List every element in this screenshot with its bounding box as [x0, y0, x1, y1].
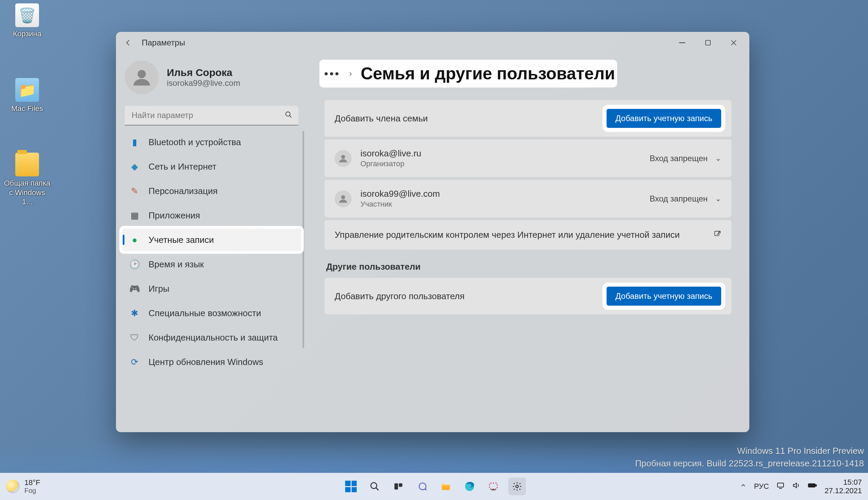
search-button[interactable] [366, 478, 383, 495]
windows-watermark: Windows 11 Pro Insider Preview Пробная в… [635, 445, 864, 469]
nav-accounts[interactable]: ● Учетные записи [122, 229, 301, 251]
svg-rect-0 [679, 42, 685, 43]
svg-rect-1 [706, 41, 710, 45]
nav-label: Игры [149, 284, 169, 294]
nav-personalization[interactable]: ✎ Персонализация [122, 180, 301, 202]
card-add-family-member: Добавить члена семьи Добавить учетную за… [324, 100, 732, 137]
profile-block[interactable]: Илья Сорока isoroka99@live.com [120, 57, 303, 102]
settings-taskbar-button[interactable] [508, 478, 526, 495]
profile-text: Илья Сорока isoroka99@live.com [167, 67, 240, 88]
accessibility-icon: ✱ [129, 308, 140, 318]
desktop-icon-shared-folder[interactable]: Общая папка с Windows 1... [3, 153, 51, 207]
start-button[interactable] [342, 478, 360, 495]
breadcrumb-more-icon[interactable]: ••• [324, 67, 340, 80]
avatar-icon [335, 190, 351, 207]
battery-tray-icon[interactable] [808, 481, 817, 491]
clock-icon: 🕑 [129, 259, 140, 269]
explorer-button[interactable] [437, 478, 455, 495]
back-button[interactable] [122, 37, 134, 49]
nav-label: Bluetooth и устройства [149, 137, 241, 148]
family-section: Добавить члена семьи Добавить учетную за… [324, 100, 732, 250]
avatar [125, 60, 159, 94]
tray-overflow-icon[interactable] [740, 482, 747, 491]
watermark-line1: Windows 11 Pro Insider Preview [635, 445, 864, 457]
breadcrumb: ••• › Семья и другие пользователи [324, 62, 732, 86]
snipping-tool-button[interactable] [485, 478, 502, 495]
nav-accessibility[interactable]: ✱ Специальные возможности [122, 302, 301, 324]
desktop-icon-recycle-bin[interactable]: 🗑️ Корзина [3, 3, 51, 39]
family-member-row[interactable]: isoroka@live.ru Организатор Вход запреще… [324, 139, 732, 178]
member-role: Организатор [360, 159, 650, 168]
task-view-button[interactable] [390, 478, 407, 495]
network-icon: ◆ [129, 161, 140, 172]
nav-label: Центр обновления Windows [149, 357, 263, 367]
svg-rect-15 [816, 485, 817, 486]
shield-icon: 🛡 [129, 332, 140, 343]
language-indicator[interactable]: РУС [754, 482, 769, 491]
search-input[interactable] [125, 106, 298, 125]
parental-control-text: Управление родительским контролем через … [335, 229, 714, 241]
taskbar-weather[interactable]: 18°F Fog [6, 479, 40, 494]
titlebar: Параметры [116, 32, 749, 54]
nav-label: Конфиденциальность и защита [149, 332, 278, 343]
system-tray: РУС 15:07 27.12.2021 [740, 478, 862, 495]
gamepad-icon: 🎮 [129, 284, 140, 294]
member-name: isoroka@live.ru [360, 148, 650, 159]
card-parental-control[interactable]: Управление родительским контролем через … [324, 220, 732, 250]
svg-point-12 [516, 485, 518, 488]
profile-email: isoroka99@live.com [167, 78, 240, 88]
clock-time: 15:07 [825, 478, 862, 486]
nav-time-language[interactable]: 🕑 Время и язык [122, 253, 301, 275]
add-family-account-button[interactable]: Добавить учетную запись [606, 109, 721, 128]
svg-point-4 [341, 155, 345, 159]
clock[interactable]: 15:07 27.12.2021 [825, 478, 862, 495]
family-member-row[interactable]: isoroka99@live.com Участник Вход запреще… [324, 180, 732, 218]
person-icon: ● [129, 235, 140, 245]
network-tray-icon[interactable] [776, 481, 785, 491]
recycle-bin-label: Корзина [3, 29, 51, 39]
search-icon [285, 111, 292, 121]
chat-button[interactable] [413, 478, 431, 495]
weather-temp: 18°F [24, 479, 40, 487]
minimize-button[interactable] [669, 33, 695, 52]
nav-bluetooth[interactable]: ▮ Bluetooth и устройства [122, 131, 301, 153]
nav-label: Персонализация [149, 186, 218, 196]
member-status: Вход запрещен [650, 154, 708, 163]
nav-label: Приложения [149, 210, 200, 221]
nav-scrollbar[interactable] [302, 131, 304, 348]
profile-name: Илья Сорока [167, 67, 240, 78]
member-status: Вход запрещен [650, 194, 708, 204]
windows-logo-icon [345, 481, 357, 492]
mac-files-icon: 📁 [15, 78, 39, 102]
nav-label: Учетные записи [149, 235, 214, 245]
chevron-right-icon: › [349, 69, 352, 78]
chevron-down-icon[interactable]: ⌄ [715, 154, 721, 163]
brush-icon: ✎ [129, 186, 140, 196]
nav-apps[interactable]: ▦ Приложения [122, 204, 301, 227]
window-controls [669, 33, 747, 52]
taskbar-center [342, 478, 526, 495]
member-name: isoroka99@live.com [360, 189, 650, 199]
volume-tray-icon[interactable] [792, 481, 800, 491]
clock-date: 27.12.2021 [825, 486, 862, 495]
mac-files-label: Mac Files [3, 104, 51, 113]
desktop-icon-mac-files[interactable]: 📁 Mac Files [3, 78, 51, 113]
edge-button[interactable] [461, 478, 478, 495]
chevron-down-icon[interactable]: ⌄ [715, 194, 721, 203]
close-button[interactable] [721, 33, 747, 52]
taskbar: 18°F Fog РУС [0, 473, 868, 500]
nav-label: Специальные возможности [149, 308, 261, 319]
nav-privacy[interactable]: 🛡 Конфиденциальность и защита [122, 326, 301, 349]
add-family-label: Добавить члена семьи [335, 113, 606, 124]
nav-gaming[interactable]: 🎮 Игры [122, 277, 301, 300]
nav-network[interactable]: ◆ Сеть и Интернет [122, 155, 301, 178]
nav-label: Сеть и Интернет [149, 161, 216, 172]
external-link-icon[interactable] [714, 230, 721, 240]
svg-rect-16 [809, 485, 814, 486]
watermark-line2: Пробная версия. Build 22523.rs_prereleas… [635, 457, 864, 469]
settings-window: Параметры Илья Сорока isoroka99@live.com [116, 32, 749, 432]
search-box [125, 106, 298, 125]
maximize-button[interactable] [695, 33, 721, 52]
add-other-account-button[interactable]: Добавить учетную запись [606, 287, 721, 306]
nav-windows-update[interactable]: ⟳ Центр обновления Windows [122, 351, 301, 373]
